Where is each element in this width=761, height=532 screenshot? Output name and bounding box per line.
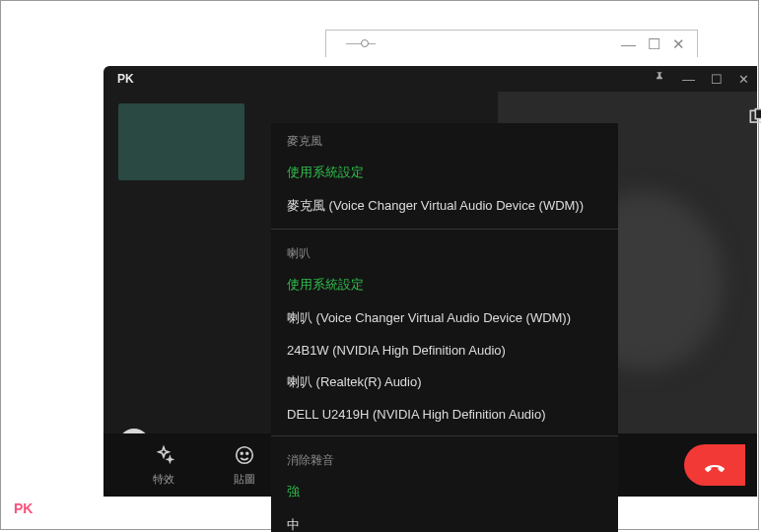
sparkle-icon [153,444,174,466]
svg-rect-1 [755,109,761,119]
effects-label: 特效 [153,472,174,487]
svg-point-4 [246,452,248,454]
self-video-thumbnail[interactable] [118,103,244,180]
separator [271,435,618,436]
call-window: PK — ☐ ✕ LINE 麥克風 使用系統設定 麥克風 (Voice Chan… [104,66,757,497]
smile-icon [234,444,255,466]
noise-medium[interactable]: 中 [271,508,618,532]
separator [271,229,618,230]
stickers-label: 貼圖 [234,472,255,487]
section-title-speaker: 喇叭 [271,235,618,268]
speaker-option-realtek[interactable]: 喇叭 (Realtek(R) Audio) [271,366,618,399]
section-title-mic: 麥克風 [271,123,618,156]
hangup-button[interactable] [684,444,745,486]
mic-option-voicechanger[interactable]: 麥克風 (Voice Changer Virtual Audio Device … [271,189,618,223]
slider-icon [346,43,376,44]
bg-minimize-button[interactable]: — [621,35,636,53]
mic-option-system[interactable]: 使用系統設定 [271,156,618,189]
noise-strong[interactable]: 強 [271,475,618,508]
call-titlebar: PK — ☐ ✕ [104,66,757,92]
pin-icon[interactable] [653,71,666,88]
call-title: PK [117,72,134,86]
window-close-button[interactable]: ✕ [738,72,749,87]
speaker-option-dell[interactable]: DELL U2419H (NVIDIA High Definition Audi… [271,399,618,430]
bg-maximize-button[interactable]: ☐ [648,35,660,53]
window-maximize-button[interactable]: ☐ [711,72,723,87]
section-title-noise: 消除雜音 [271,442,618,475]
window-minimize-button[interactable]: — [682,72,695,87]
speaker-option-24b1w[interactable]: 24B1W (NVIDIA High Definition Audio) [271,335,618,366]
svg-point-3 [241,452,242,454]
speaker-option-voicechanger[interactable]: 喇叭 (Voice Changer Virtual Audio Device (… [271,301,618,335]
bg-close-button[interactable]: ✕ [672,35,685,53]
svg-point-2 [237,446,253,463]
background-window-titlebar: — ☐ ✕ [325,30,698,57]
sidebar-collapse-icon[interactable] [747,107,761,129]
page-watermark: PK [14,500,33,516]
effects-button[interactable]: 特效 [123,444,204,487]
audio-settings-popup: 麥克風 使用系統設定 麥克風 (Voice Changer Virtual Au… [271,123,618,532]
speaker-option-system[interactable]: 使用系統設定 [271,268,618,301]
phone-hangup-icon [703,453,726,477]
